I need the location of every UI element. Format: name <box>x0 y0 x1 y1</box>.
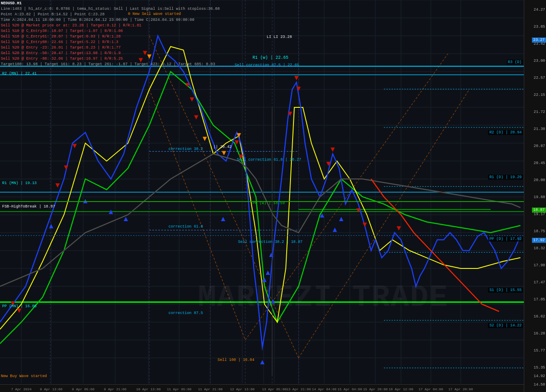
price-2427: 24.27 <box>534 8 545 12</box>
time-label-3: 9 Apr 21:00 <box>104 387 127 391</box>
price-20: 20.00 <box>534 178 545 182</box>
watermark: MARKEZI TRADE <box>198 280 449 315</box>
price-2045: 20.45 <box>534 161 545 165</box>
price-chart <box>0 0 546 392</box>
time-label-4: 10 Apr 13:00 <box>136 387 161 391</box>
time-label-8: 13 Apr 05:00 <box>262 387 287 391</box>
price-1662: 16.62 <box>534 314 545 319</box>
time-label-0: 7 Apr 2024 <box>11 387 32 391</box>
time-label-10: 14 Apr 04:00 <box>312 387 337 391</box>
price-213: 21.30 <box>534 127 545 131</box>
time-label-15: 17 Apr 20:00 <box>448 387 473 391</box>
price-2327: 23.27 <box>532 37 546 43</box>
price-2172: 21.72 <box>534 110 545 114</box>
time-label-6: 11 Apr 21:00 <box>198 387 223 391</box>
price-1917: 19.17 <box>534 212 545 216</box>
time-label-2: 9 Apr 05:00 <box>72 387 95 391</box>
price-1792-current: 17.92 <box>532 238 546 243</box>
time-axis: 7 Apr 2024 8 Apr 13:00 9 Apr 05:00 9 Apr… <box>0 384 524 392</box>
price-1875: 18.75 <box>534 229 545 233</box>
price-1832: 18.32 <box>534 246 545 251</box>
time-label-7: 12 Apr 13:00 <box>230 387 255 391</box>
price-1535: 15.35 <box>534 366 545 370</box>
chart-container: NEOUSD.H1 Line:1483 | h1_atr_c:0: 0.8786… <box>0 0 546 392</box>
price-145: 14.50 <box>534 383 545 387</box>
price-23: 23.00 <box>534 59 545 63</box>
price-axis: 24.27 23.85 23.42 23.27 23.00 22.57 22.1… <box>524 0 546 392</box>
price-1705: 17.05 <box>534 297 545 302</box>
time-label-12: 15 Apr 20:00 <box>363 387 388 391</box>
price-1747: 17.47 <box>534 280 545 285</box>
time-label-13: 16 Apr 12:00 <box>389 387 413 391</box>
price-2257: 22.57 <box>534 76 545 80</box>
price-1887: 18.87 <box>532 208 546 213</box>
time-label-14: 17 Apr 04:00 <box>418 387 443 391</box>
time-label-1: 8 Apr 13:00 <box>40 387 63 391</box>
price-179: 17.90 <box>534 263 545 268</box>
price-2385: 23.85 <box>534 25 545 29</box>
price-1577: 15.77 <box>534 349 545 353</box>
price-1492: 14.92 <box>534 374 545 378</box>
price-2087: 20.87 <box>534 144 545 148</box>
time-label-11: 15 Apr 04:00 <box>337 387 362 391</box>
time-label-5: 11 Apr 05:00 <box>167 387 192 391</box>
price-196: 19.60 <box>534 195 545 199</box>
time-label-9: 13 Apr 21:00 <box>286 387 311 391</box>
price-162: 16.20 <box>534 331 545 336</box>
price-2215: 22.15 <box>534 93 545 97</box>
